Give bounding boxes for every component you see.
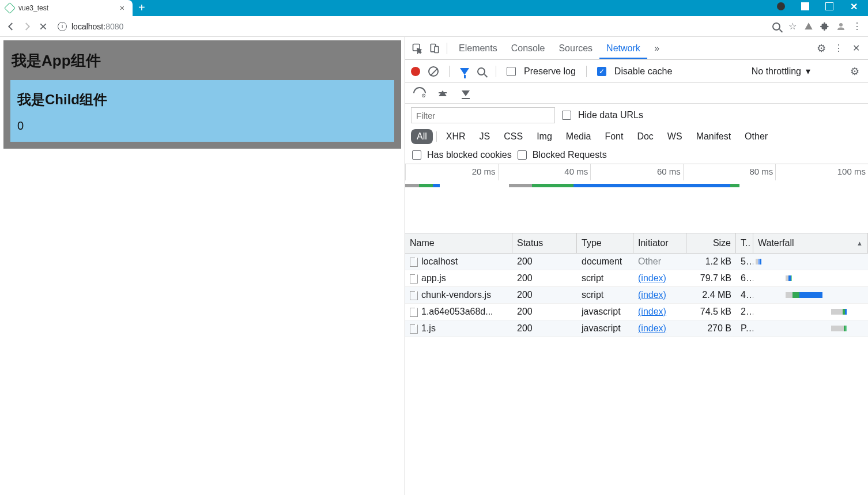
filter-js[interactable]: JS bbox=[474, 129, 496, 144]
network-row[interactable]: 1.js200javascript(index)270 BP... bbox=[405, 320, 868, 337]
filter-doc[interactable]: Doc bbox=[631, 129, 659, 144]
timeline-tick: 40 ms bbox=[564, 167, 588, 176]
network-settings-icon[interactable]: ⚙ bbox=[847, 64, 862, 79]
col-waterfall[interactable]: Waterfall▲ bbox=[753, 233, 868, 253]
export-har-icon[interactable] bbox=[462, 90, 470, 96]
svg-point-0 bbox=[839, 23, 843, 27]
preserve-log-checkbox[interactable] bbox=[507, 67, 516, 76]
timeline-tick: 20 ms bbox=[472, 167, 496, 176]
filter-funnel-icon[interactable] bbox=[460, 68, 469, 75]
browser-titlebar: vue3_test × + ✕ bbox=[0, 0, 868, 16]
disable-cache-label: Disable cache bbox=[614, 66, 673, 77]
bookmark-star-icon[interactable]: ☆ bbox=[786, 20, 799, 33]
file-icon bbox=[410, 324, 418, 334]
filter-all[interactable]: All bbox=[411, 129, 433, 144]
blocked-cookies-checkbox[interactable] bbox=[412, 150, 421, 160]
type-filters: AllXHRJSCSSImgMediaFontDocWSManifestOthe… bbox=[405, 127, 868, 146]
devtools-panel: ElementsConsoleSourcesNetwork » ⚙ ⋮ ✕ Pr… bbox=[405, 37, 868, 495]
blocked-requests-label: Blocked Requests bbox=[533, 150, 607, 160]
network-table-body: localhost200documentOther1.2 kB5...app.j… bbox=[405, 254, 868, 495]
account-dot-icon[interactable] bbox=[777, 2, 785, 10]
filter-img[interactable]: Img bbox=[531, 129, 558, 144]
browser-tab[interactable]: vue3_test × bbox=[0, 0, 133, 16]
preserve-log-label: Preserve log bbox=[524, 66, 576, 77]
settings-gear-icon[interactable]: ⚙ bbox=[814, 41, 829, 56]
child-value: 0 bbox=[17, 119, 387, 133]
close-devtools-icon[interactable]: ✕ bbox=[848, 41, 863, 56]
minimize-icon[interactable] bbox=[801, 2, 809, 10]
network-conditions-icon[interactable] bbox=[413, 89, 424, 97]
import-har-icon[interactable] bbox=[439, 90, 447, 96]
throttling-select[interactable]: No throttling▾ bbox=[752, 66, 810, 77]
tab-console[interactable]: Console bbox=[504, 39, 552, 58]
sort-arrow-icon: ▲ bbox=[856, 240, 863, 247]
vue-devtools-icon[interactable] bbox=[802, 20, 815, 33]
url-box[interactable]: i localhost:8080 bbox=[53, 18, 767, 35]
back-icon[interactable] bbox=[5, 20, 17, 33]
network-row[interactable]: app.js200script(index)79.7 kB6... bbox=[405, 270, 868, 287]
network-row[interactable]: 1.a64e053a68d...200javascript(index)74.5… bbox=[405, 304, 868, 320]
record-icon[interactable] bbox=[411, 67, 420, 76]
col-initiator[interactable]: Initiator bbox=[633, 233, 686, 253]
profile-icon[interactable] bbox=[835, 20, 847, 33]
timeline-overview[interactable]: 20 ms40 ms60 ms80 ms100 ms bbox=[405, 164, 868, 233]
child-component: 我是Child组件 0 bbox=[10, 80, 394, 142]
network-row[interactable]: chunk-vendors.js200script(index)2.4 MB4.… bbox=[405, 287, 868, 304]
chevron-down-icon: ▾ bbox=[806, 66, 810, 77]
initiator-link[interactable]: (index) bbox=[638, 323, 666, 333]
new-tab-button[interactable]: + bbox=[133, 0, 151, 16]
file-icon bbox=[410, 274, 418, 284]
filter-font[interactable]: Font bbox=[599, 129, 629, 144]
menu-icon[interactable]: ⋮ bbox=[851, 20, 863, 33]
disable-cache-checkbox[interactable]: ✓ bbox=[597, 67, 606, 76]
filter-other[interactable]: Other bbox=[739, 129, 773, 144]
stop-icon[interactable] bbox=[37, 20, 50, 33]
more-tabs-icon[interactable]: » bbox=[650, 41, 665, 56]
filter-input[interactable] bbox=[411, 107, 555, 123]
svg-rect-3 bbox=[435, 46, 439, 52]
page-content: 我是App组件 我是Child组件 0 bbox=[0, 37, 405, 495]
timeline-tick: 80 ms bbox=[750, 167, 773, 176]
col-status[interactable]: Status bbox=[512, 233, 577, 253]
filter-css[interactable]: CSS bbox=[498, 129, 529, 144]
devtools-tabbar: ElementsConsoleSourcesNetwork » ⚙ ⋮ ✕ bbox=[405, 37, 868, 60]
devtools-menu-icon[interactable]: ⋮ bbox=[831, 41, 846, 56]
site-info-icon[interactable]: i bbox=[58, 22, 67, 31]
maximize-icon[interactable] bbox=[825, 2, 833, 10]
initiator-link[interactable]: (index) bbox=[638, 273, 666, 283]
col-size[interactable]: Size bbox=[686, 233, 736, 253]
tab-sources[interactable]: Sources bbox=[552, 39, 599, 58]
filter-ws[interactable]: WS bbox=[662, 129, 688, 144]
network-row[interactable]: localhost200documentOther1.2 kB5... bbox=[405, 254, 868, 270]
tab-elements[interactable]: Elements bbox=[452, 39, 504, 58]
tab-network[interactable]: Network bbox=[599, 39, 647, 59]
zoom-icon[interactable] bbox=[770, 20, 783, 33]
search-icon[interactable] bbox=[477, 67, 485, 75]
timeline-tick: 60 ms bbox=[657, 167, 681, 176]
forward-icon[interactable] bbox=[21, 20, 33, 33]
filter-manifest[interactable]: Manifest bbox=[690, 129, 737, 144]
col-time[interactable]: T.. bbox=[736, 233, 753, 253]
url-text: localhost:8080 bbox=[71, 22, 123, 31]
hide-data-urls-checkbox[interactable] bbox=[562, 111, 571, 120]
child-title: 我是Child组件 bbox=[17, 89, 387, 119]
close-window-icon[interactable]: ✕ bbox=[850, 2, 858, 10]
extensions-icon[interactable] bbox=[818, 20, 831, 33]
network-table-header: Name Status Type Initiator Size T.. Wate… bbox=[405, 233, 868, 254]
clear-icon[interactable] bbox=[428, 66, 439, 77]
address-bar: i localhost:8080 ☆ ⋮ bbox=[0, 16, 868, 37]
initiator-link[interactable]: (index) bbox=[638, 307, 666, 316]
col-type[interactable]: Type bbox=[577, 233, 633, 253]
inspect-icon[interactable] bbox=[410, 41, 425, 56]
close-tab-icon[interactable]: × bbox=[118, 3, 127, 13]
window-controls: ✕ bbox=[767, 0, 868, 13]
network-toolbar: Preserve log ✓ Disable cache No throttli… bbox=[405, 60, 868, 83]
col-name[interactable]: Name bbox=[405, 233, 512, 253]
filter-media[interactable]: Media bbox=[560, 129, 597, 144]
device-icon[interactable] bbox=[427, 41, 442, 56]
app-title: 我是App组件 bbox=[10, 47, 394, 80]
blocked-requests-checkbox[interactable] bbox=[518, 150, 527, 160]
tab-title: vue3_test bbox=[18, 4, 113, 12]
filter-xhr[interactable]: XHR bbox=[440, 129, 471, 144]
initiator-link[interactable]: (index) bbox=[638, 290, 666, 300]
